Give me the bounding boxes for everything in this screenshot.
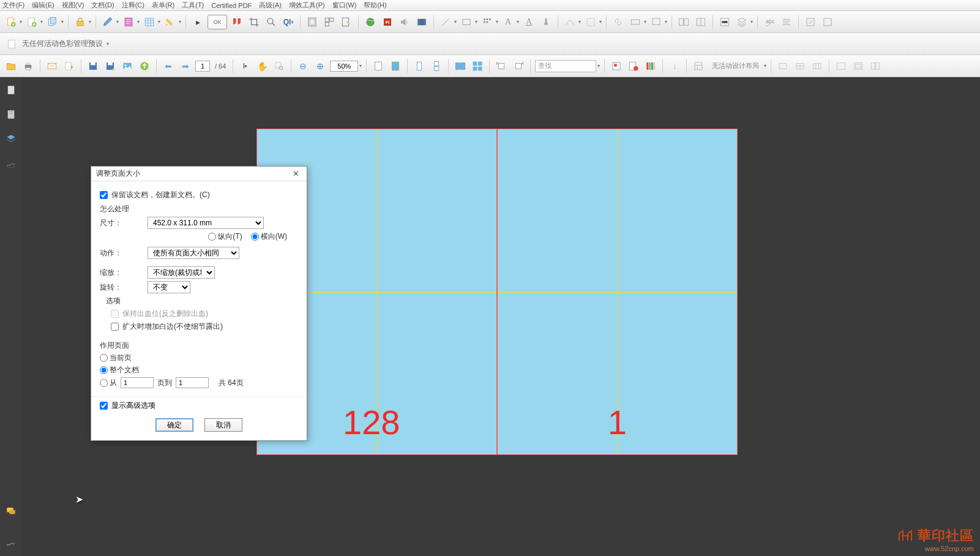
dropdown-icon[interactable]: ▾ <box>40 19 43 24</box>
size-select[interactable]: 452.0 x 311.0 mm <box>148 217 264 229</box>
paragraph-icon[interactable] <box>779 15 794 29</box>
pencil-icon[interactable] <box>100 15 115 29</box>
rotate-cw-icon[interactable] <box>511 59 526 73</box>
dropdown-icon[interactable]: ▾ <box>116 19 119 24</box>
attachments-icon[interactable] <box>4 536 18 550</box>
ok-button[interactable]: 确定 <box>155 418 193 432</box>
text-select-icon[interactable]: I▸ <box>238 59 252 73</box>
rotate-select[interactable]: 不变 <box>148 281 190 293</box>
dropdown-icon[interactable]: ▾ <box>179 19 181 24</box>
dropdown-icon[interactable]: ▾ <box>578 19 581 24</box>
current-page-radio[interactable]: 当前页 <box>100 353 132 363</box>
email-icon[interactable] <box>45 59 59 73</box>
find-input[interactable] <box>535 60 596 72</box>
dropdown-icon[interactable]: ▾ <box>20 19 22 24</box>
zoom-out-icon[interactable]: ⊖ <box>296 59 310 73</box>
preserve-doc-checkbox[interactable] <box>100 191 108 199</box>
more-icon[interactable]: ↓ <box>667 59 682 73</box>
save-image-icon[interactable] <box>120 59 135 73</box>
path-tool-icon[interactable] <box>563 15 577 29</box>
table-icon[interactable] <box>142 15 157 29</box>
zoom-input[interactable] <box>330 61 358 72</box>
dropdown-icon[interactable]: ▾ <box>89 19 91 24</box>
compare-icon[interactable] <box>676 15 691 29</box>
redact-icon[interactable] <box>717 15 732 29</box>
scale-select[interactable]: 不缩放(裁切或填补) <box>148 266 215 279</box>
snapshot-icon[interactable] <box>609 59 624 73</box>
text-tool-icon[interactable]: A <box>501 15 515 29</box>
dropdown-icon[interactable]: ▾ <box>496 19 498 24</box>
layers-tool-icon[interactable] <box>735 15 749 29</box>
view2-icon[interactable] <box>851 59 866 73</box>
fit-page-icon[interactable] <box>371 59 386 73</box>
whole-doc-radio[interactable]: 整个文档 <box>100 365 139 375</box>
menu-document[interactable]: 文档(D) <box>91 1 114 10</box>
flash-icon[interactable]: Fl <box>380 15 395 29</box>
preflight-icon[interactable] <box>803 15 818 29</box>
dropdown-icon[interactable]: ▾ <box>137 19 140 24</box>
to-input[interactable] <box>176 377 209 388</box>
grid2-icon[interactable] <box>793 59 807 73</box>
link-icon[interactable] <box>611 15 626 29</box>
qi-icon[interactable]: QIs <box>281 15 296 29</box>
menu-edit[interactable]: 编辑(E) <box>32 1 54 10</box>
comments-icon[interactable] <box>4 505 18 518</box>
page-arrange-icon[interactable] <box>322 15 337 29</box>
grid3-icon[interactable] <box>810 59 825 73</box>
color-bars-icon[interactable] <box>643 59 658 73</box>
pitstop-icon[interactable] <box>230 15 244 29</box>
add-white-checkbox[interactable] <box>111 323 119 331</box>
dropdown-icon[interactable]: ▾ <box>61 19 64 24</box>
output-icon[interactable] <box>820 15 835 29</box>
copy-page-icon[interactable] <box>45 15 60 29</box>
signatures-icon[interactable] <box>4 157 18 170</box>
text-format-icon[interactable]: A <box>522 15 536 29</box>
facing-continuous-icon[interactable] <box>470 59 485 73</box>
show-advanced-checkbox[interactable] <box>100 402 108 410</box>
prev-page-icon[interactable]: ⬅ <box>161 59 176 73</box>
dropdown-icon[interactable]: ▾ <box>454 19 457 24</box>
menu-plugins[interactable]: 增效工具(P) <box>289 1 325 10</box>
pointer-icon[interactable]: ▸ <box>190 15 205 29</box>
dropdown-icon[interactable]: ▾ <box>597 63 600 69</box>
globe-icon[interactable] <box>363 15 378 29</box>
menu-forms[interactable]: 表单(R) <box>152 1 174 10</box>
ok-icon[interactable]: OK <box>208 15 227 29</box>
crop-icon[interactable] <box>247 15 261 29</box>
portrait-radio[interactable]: 纵向(T) <box>208 231 242 242</box>
menu-view[interactable]: 视图(V) <box>62 1 84 10</box>
menu-window[interactable]: 窗口(W) <box>332 1 357 10</box>
form-field-icon[interactable] <box>628 15 643 29</box>
close-icon[interactable]: ✕ <box>290 168 302 179</box>
menu-annotate[interactable]: 注释(C) <box>122 1 144 10</box>
highlight-icon[interactable] <box>163 15 178 29</box>
cancel-button[interactable]: 取消 <box>204 418 242 432</box>
grid1-icon[interactable] <box>776 59 790 73</box>
from-radio[interactable]: 从 <box>100 378 117 388</box>
sticky-icon[interactable] <box>649 15 664 29</box>
dropdown-icon[interactable]: ▾ <box>517 19 519 24</box>
dropdown-icon[interactable]: ▾ <box>158 19 160 24</box>
lock-icon[interactable] <box>73 15 88 29</box>
add-page-icon[interactable] <box>24 15 39 29</box>
landscape-radio[interactable]: 横向(W) <box>251 231 287 242</box>
continuous-icon[interactable] <box>429 59 444 73</box>
zoom-in-icon[interactable]: ⊕ <box>313 59 327 73</box>
view3-icon[interactable] <box>868 59 883 73</box>
fit-width-icon[interactable] <box>388 59 403 73</box>
menu-certified[interactable]: Certified PDF <box>211 2 252 9</box>
spelling-icon[interactable]: abc <box>762 15 777 29</box>
dropdown-icon[interactable]: ▾ <box>599 19 602 24</box>
stamp-icon[interactable] <box>539 15 553 29</box>
sound-icon[interactable] <box>397 15 412 29</box>
note-icon[interactable] <box>121 15 136 29</box>
action-list-icon[interactable] <box>626 59 641 73</box>
shape-tool-icon[interactable] <box>583 15 598 29</box>
dropdown-icon[interactable]: ▾ <box>750 19 753 24</box>
dropdown-icon[interactable]: ▾ <box>475 19 477 24</box>
edit-page-icon[interactable] <box>339 15 354 29</box>
upload-icon[interactable] <box>137 59 152 73</box>
bookmarks-icon[interactable] <box>4 108 18 121</box>
dropdown-icon[interactable]: ▾ <box>644 19 646 24</box>
split-icon[interactable] <box>694 15 708 29</box>
